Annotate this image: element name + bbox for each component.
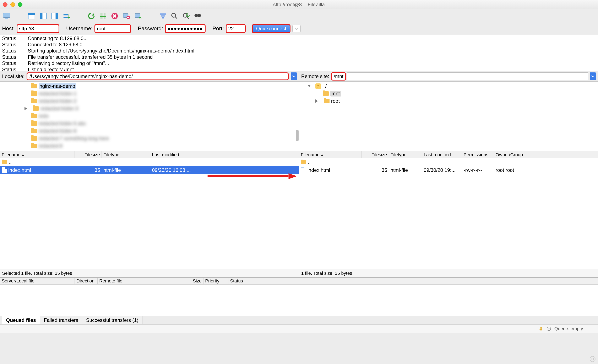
svg-rect-3: [28, 13, 35, 15]
file-icon: [2, 167, 7, 173]
log-label: Status:: [2, 54, 22, 60]
remote-path-dropdown[interactable]: [590, 73, 596, 80]
file-row[interactable]: index.html 35 html-file 09/30/20 19:... …: [299, 166, 598, 174]
remote-file-list[interactable]: Filename ▲ Filesize Filetype Last modifi…: [299, 151, 598, 277]
directory-compare-icon[interactable]: [169, 11, 179, 21]
local-tree[interactable]: nginx-nas-demo redacted-folder-1 redacte…: [0, 81, 299, 151]
tab-successful-transfers[interactable]: Successful transfers (1): [82, 316, 142, 324]
help-icon[interactable]: ?: [547, 326, 551, 331]
host-input[interactable]: [17, 25, 59, 32]
local-path-input[interactable]: [28, 73, 287, 80]
tree-item-label: redo: [39, 113, 49, 119]
svg-rect-0: [3, 13, 10, 17]
collapse-icon[interactable]: [307, 85, 311, 88]
svg-rect-22: [540, 329, 542, 330]
col-filetype[interactable]: Filetype: [389, 151, 422, 158]
file-permissions: -rw-r--r--: [462, 167, 494, 173]
tree-item[interactable]: redacted-8: [0, 142, 299, 150]
tree-item[interactable]: redacted-folder-6: [0, 127, 299, 135]
tree-item[interactable]: nginx-nas-demo: [0, 82, 299, 90]
statusbar: ? Queue: empty: [0, 324, 598, 333]
toggle-local-tree-icon[interactable]: [38, 11, 48, 21]
toggle-log-icon[interactable]: [27, 11, 37, 21]
tree-item[interactable]: redacted-folder-3: [0, 105, 299, 112]
parent-dir-row[interactable]: ..: [0, 158, 299, 166]
file-icon: [301, 167, 306, 173]
col-priority[interactable]: Priority: [203, 278, 228, 284]
log-message: Connected to 8.129.68.0: [28, 41, 83, 48]
col-filetype[interactable]: Filetype: [102, 151, 150, 158]
remote-tree[interactable]: ? / mnt root: [299, 81, 598, 151]
tab-failed-transfers[interactable]: Failed transfers: [40, 316, 82, 324]
password-input[interactable]: [166, 25, 205, 32]
tree-item-label: redacted-8: [39, 143, 63, 149]
toolbar: [0, 9, 598, 23]
expand-icon[interactable]: [25, 107, 27, 110]
username-input[interactable]: [95, 25, 130, 32]
col-status[interactable]: Status: [228, 278, 598, 284]
filter-icon[interactable]: [158, 11, 168, 21]
col-direction[interactable]: Direction: [75, 278, 98, 284]
tree-item[interactable]: redacted-folder-5 abc: [0, 120, 299, 127]
tab-queued-files[interactable]: Queued files: [2, 316, 40, 324]
tree-item-label: redacted-folder-2: [39, 98, 77, 104]
window-title: sftp://root@8. - FileZilla: [0, 2, 598, 8]
tree-item-label: /: [325, 83, 327, 89]
scrollbar-thumb[interactable]: [296, 130, 299, 141]
expand-icon[interactable]: [316, 99, 318, 103]
local-file-list[interactable]: Filename ▲ Filesize Filetype Last modifi…: [0, 151, 299, 277]
svg-text:?: ?: [548, 327, 549, 330]
tree-item-root-folder[interactable]: root: [299, 97, 598, 105]
port-input[interactable]: [226, 25, 245, 32]
folder-icon: [323, 91, 329, 96]
parent-dir-row[interactable]: ..: [299, 158, 598, 166]
col-remote-file[interactable]: Remote file: [98, 278, 187, 284]
refresh-icon[interactable]: [86, 11, 96, 21]
folder-icon: [31, 144, 37, 148]
process-queue-icon[interactable]: [98, 11, 108, 21]
remote-path-input[interactable]: [347, 73, 588, 80]
col-filesize[interactable]: Filesize: [75, 151, 102, 158]
host-label: Host:: [2, 25, 15, 32]
col-filename[interactable]: Filename ▲: [299, 151, 362, 158]
quickconnect-button[interactable]: Quickconnect: [252, 25, 290, 32]
reconnect-icon[interactable]: [133, 11, 143, 21]
search-icon[interactable]: [193, 11, 203, 21]
file-size: 35: [362, 167, 389, 173]
tree-item[interactable]: redacted-7 something long here: [0, 135, 299, 142]
cancel-icon[interactable]: [110, 11, 120, 21]
quickconnect-history-dropdown[interactable]: [292, 25, 301, 32]
queue-body[interactable]: [0, 284, 598, 316]
folder-icon: [31, 121, 37, 126]
local-summary: Selected 1 file. Total size: 35 bytes: [0, 269, 299, 277]
tree-item[interactable]: redacted-folder-1: [0, 90, 299, 97]
tree-item-root[interactable]: ? /: [299, 82, 598, 90]
site-manager-icon[interactable]: [2, 11, 12, 21]
folder-icon: [31, 99, 37, 103]
col-lastmodified[interactable]: Last modified: [422, 151, 462, 158]
col-size[interactable]: Size: [187, 278, 203, 284]
col-server[interactable]: Server/Local file: [0, 278, 75, 284]
tree-item-label: redacted-folder-6: [39, 128, 77, 134]
folder-icon: [31, 84, 37, 89]
disconnect-icon[interactable]: [121, 11, 131, 21]
tree-item-mnt[interactable]: mnt: [299, 90, 598, 97]
queue-header: Server/Local file Direction Remote file …: [0, 277, 598, 284]
svg-rect-1: [5, 18, 8, 19]
queue-tabs: Queued files Failed transfers Successful…: [0, 316, 598, 324]
col-filesize[interactable]: Filesize: [362, 151, 389, 158]
tree-item[interactable]: redo: [0, 112, 299, 120]
col-owner[interactable]: Owner/Group: [494, 151, 529, 158]
toggle-remote-tree-icon[interactable]: [50, 11, 60, 21]
parent-dir-label: ..: [308, 159, 311, 165]
col-permissions[interactable]: Permissions: [462, 151, 494, 158]
log-message: Listing directory /mnt: [28, 66, 74, 71]
col-filename[interactable]: Filename ▲: [0, 151, 75, 158]
local-path-dropdown[interactable]: [291, 73, 297, 80]
file-row[interactable]: index.html 35 html-file 09/23/20 16:08:.…: [0, 166, 299, 174]
log-label: Status:: [2, 35, 22, 41]
sync-browse-icon[interactable]: [181, 11, 191, 21]
col-lastmodified[interactable]: Last modified: [150, 151, 202, 158]
tree-item[interactable]: redacted-folder-2: [0, 97, 299, 105]
toggle-queue-icon[interactable]: [61, 11, 71, 21]
